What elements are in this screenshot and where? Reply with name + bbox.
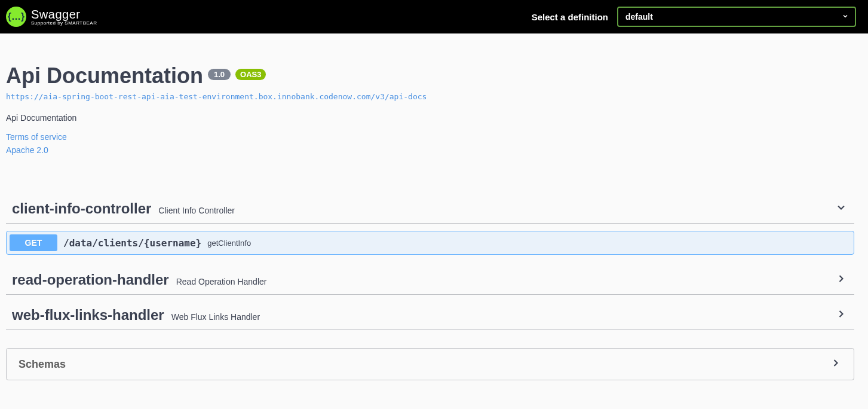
definition-label: Select a definition (532, 12, 608, 22)
swagger-icon: {…} (6, 7, 26, 27)
operation-summary: getClientInfo (207, 239, 251, 248)
chevron-right-icon (835, 308, 847, 322)
operation-path: /data/clients/{username} (57, 237, 207, 249)
api-info: Api Documentation 1.0 OAS3 https://aia-s… (6, 45, 854, 170)
tag-client-info-controller: client-info-controller Client Info Contr… (6, 194, 854, 255)
terms-of-service-link[interactable]: Terms of service (6, 132, 854, 142)
tag-name: read-operation-handler (12, 271, 169, 288)
operation-get-client-info[interactable]: GET /data/clients/{username} getClientIn… (6, 231, 854, 255)
brand-subtitle: Supported by SMARTBEAR (31, 20, 97, 26)
schemas-section: Schemas (6, 348, 854, 380)
schemas-header[interactable]: Schemas (7, 349, 854, 380)
tag-description: Read Operation Handler (176, 277, 267, 286)
tag-header[interactable]: read-operation-handler Read Operation Ha… (6, 265, 854, 295)
http-method-badge: GET (10, 234, 57, 251)
chevron-right-icon (830, 357, 842, 371)
api-url-link[interactable]: https://aia-spring-boot-rest-api-aia-tes… (6, 92, 854, 101)
tag-name: client-info-controller (12, 200, 151, 217)
brand-name: Swagger (31, 8, 97, 22)
oas-badge: OAS3 (235, 69, 266, 80)
tag-read-operation-handler: read-operation-handler Read Operation Ha… (6, 265, 854, 295)
tag-header[interactable]: web-flux-links-handler Web Flux Links Ha… (6, 301, 854, 330)
schemas-title: Schemas (19, 358, 66, 371)
topbar: {…} Swagger Supported by SMARTBEAR Selec… (0, 0, 868, 33)
tag-web-flux-links-handler: web-flux-links-handler Web Flux Links Ha… (6, 301, 854, 330)
tag-name: web-flux-links-handler (12, 307, 164, 323)
api-description: Api Documentation (6, 113, 854, 123)
logo[interactable]: {…} Swagger Supported by SMARTBEAR (6, 7, 97, 27)
tag-description: Web Flux Links Handler (171, 312, 260, 322)
definition-selector: Select a definition default (532, 7, 856, 27)
tag-header[interactable]: client-info-controller Client Info Contr… (6, 194, 854, 224)
chevron-right-icon (835, 273, 847, 287)
chevron-down-icon (835, 202, 847, 216)
tag-description: Client Info Controller (158, 206, 235, 215)
api-title: Api Documentation (6, 63, 203, 88)
version-badge: 1.0 (208, 69, 231, 80)
license-link[interactable]: Apache 2.0 (6, 145, 854, 155)
definition-select[interactable]: default (617, 7, 856, 27)
